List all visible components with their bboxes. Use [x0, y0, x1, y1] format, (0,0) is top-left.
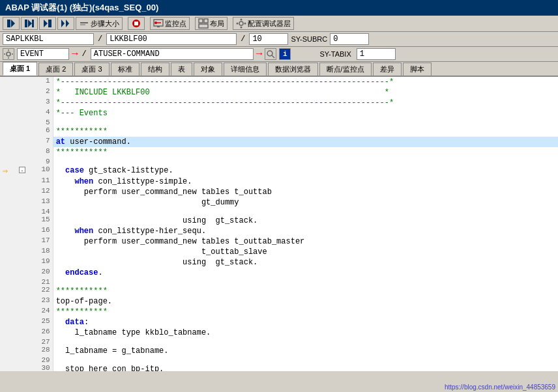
table-row: 27	[0, 338, 558, 346]
code-content[interactable]: *--- Events	[53, 108, 558, 119]
line-number: 25	[26, 317, 53, 328]
arrow-col	[0, 98, 10, 108]
code-content[interactable]	[53, 208, 558, 216]
breakpoint-col	[10, 176, 18, 187]
code-content[interactable]: ***********	[53, 286, 558, 296]
svg-rect-18	[204, 19, 208, 23]
step-btn-2[interactable]	[21, 17, 38, 30]
code-content[interactable]: l_tabname = g_tabname.	[53, 346, 558, 356]
code-content[interactable]: ***********	[53, 126, 558, 137]
fold-col	[18, 346, 26, 356]
line-number: 2	[26, 87, 53, 98]
line-number: 15	[26, 216, 53, 226]
program-field[interactable]: SAPLKKBL	[3, 33, 94, 45]
code-content[interactable]: *---------------------------------------…	[53, 98, 558, 108]
code-content[interactable]: ***********	[53, 147, 558, 158]
tab-browser[interactable]: 数据浏览器	[268, 63, 318, 76]
sy-subrc-field[interactable]: 0	[330, 33, 369, 45]
config-btn[interactable]: 配置调试器层	[233, 17, 294, 30]
tab-detail[interactable]: 详细信息	[224, 63, 267, 76]
fold-icon[interactable]: -	[19, 167, 25, 173]
tab-desktop2[interactable]: 桌面 2	[38, 63, 73, 76]
breakpoint-col	[10, 286, 18, 296]
code-content[interactable]: t_outtab_slave	[53, 247, 558, 257]
code-area[interactable]: 1*--------------------------------------…	[0, 77, 558, 371]
fold-col	[18, 278, 26, 286]
arrow-right-1: →	[72, 48, 78, 60]
table-row: 14	[0, 208, 558, 216]
svg-point-27	[8, 57, 9, 59]
step-size-btn[interactable]: 步骤大小	[76, 17, 123, 30]
layout-btn[interactable]: 布局	[195, 17, 228, 30]
code-content[interactable]: using gt_stack.	[53, 257, 558, 268]
breakpoint-col	[10, 98, 18, 108]
arrow-col	[0, 208, 10, 216]
include-field[interactable]: LKKBLF00	[106, 33, 237, 45]
sy-subrc-label: SY-SUBRC	[291, 35, 327, 43]
breakpoint-col	[10, 364, 18, 371]
event-type-field[interactable]: EVENT	[17, 48, 69, 60]
table-row: 7at user-command.	[0, 137, 558, 147]
arrow-col	[0, 328, 10, 338]
stop-btn[interactable]	[128, 17, 145, 30]
breakpoint-col	[10, 147, 18, 158]
tab-standard[interactable]: 标准	[111, 63, 140, 76]
breakpoint-col	[10, 296, 18, 307]
tab-desktop3[interactable]: 桌面 3	[74, 63, 109, 76]
step-btn-4[interactable]	[57, 17, 74, 30]
event-info-icon[interactable]: i	[279, 48, 291, 60]
table-row: 22***********	[0, 286, 558, 296]
line-number: 8	[26, 147, 53, 158]
tab-breakpoints[interactable]: 断点/监控点	[319, 63, 372, 76]
arrow-col	[0, 158, 10, 165]
code-content[interactable]: using gt_stack.	[53, 216, 558, 226]
fold-col	[18, 307, 26, 317]
line-field[interactable]: 10	[249, 33, 288, 45]
svg-rect-4	[32, 20, 34, 27]
slash2: /	[239, 35, 246, 44]
line-number: 4	[26, 108, 53, 119]
code-content[interactable]: l_tabname type kkblo_tabname.	[53, 328, 558, 338]
arrow-right-2: →	[256, 48, 263, 60]
code-content[interactable]: * INCLUDE LKKBLF00 *	[53, 87, 558, 98]
code-content[interactable]: at user-command.	[53, 137, 558, 147]
code-content[interactable]: gt_dummy	[53, 197, 558, 208]
sy-tabix-field[interactable]: 1	[357, 48, 396, 60]
code-content[interactable]: top-of-page.	[53, 296, 558, 307]
arrow-col	[0, 77, 10, 87]
monitor-btn[interactable]: 监控点	[150, 17, 190, 30]
line-number: 10	[26, 165, 53, 176]
tab-table[interactable]: 表	[171, 63, 192, 76]
event-settings-icon[interactable]	[3, 48, 14, 60]
code-content[interactable]: endcase.	[53, 268, 558, 278]
table-row: 9	[0, 158, 558, 165]
breakpoint-col	[10, 126, 18, 137]
code-content[interactable]: when con_listtype-simple.	[53, 176, 558, 187]
code-content[interactable]: when con_listtype-hier_sequ.	[53, 226, 558, 236]
code-content[interactable]	[53, 119, 558, 126]
tab-structure[interactable]: 结构	[141, 63, 169, 76]
step-btn-3[interactable]	[39, 17, 56, 30]
code-content[interactable]	[53, 278, 558, 286]
step-size-label: 步骤大小	[91, 19, 119, 29]
line-number: 26	[26, 328, 53, 338]
code-content[interactable]: case gt_stack-listtype.	[53, 165, 558, 176]
code-content[interactable]: ***********	[53, 307, 558, 317]
tab-script[interactable]: 脚本	[403, 63, 432, 76]
code-content[interactable]	[53, 356, 558, 364]
tab-object[interactable]: 对象	[194, 63, 222, 76]
tab-desktop1[interactable]: 桌面 1	[3, 62, 37, 76]
step-btn-1[interactable]	[3, 17, 20, 30]
code-content[interactable]	[53, 158, 558, 165]
code-content[interactable]: stop_here con_bp-itp.	[53, 364, 558, 371]
code-content[interactable]: *---------------------------------------…	[53, 77, 558, 87]
line-number: 29	[26, 356, 53, 364]
code-content[interactable]	[53, 338, 558, 346]
event-name-field[interactable]: ATUSER-COMMAND	[91, 48, 254, 60]
tab-diff[interactable]: 差异	[373, 63, 402, 76]
event-search-icon[interactable]	[265, 48, 276, 60]
table-row: 21	[0, 278, 558, 286]
code-content[interactable]: data:	[53, 317, 558, 328]
code-content[interactable]: perform user_command_new tables t_outtab	[53, 187, 558, 197]
code-content[interactable]: perform user_command_new tables t_outtab…	[53, 236, 558, 247]
